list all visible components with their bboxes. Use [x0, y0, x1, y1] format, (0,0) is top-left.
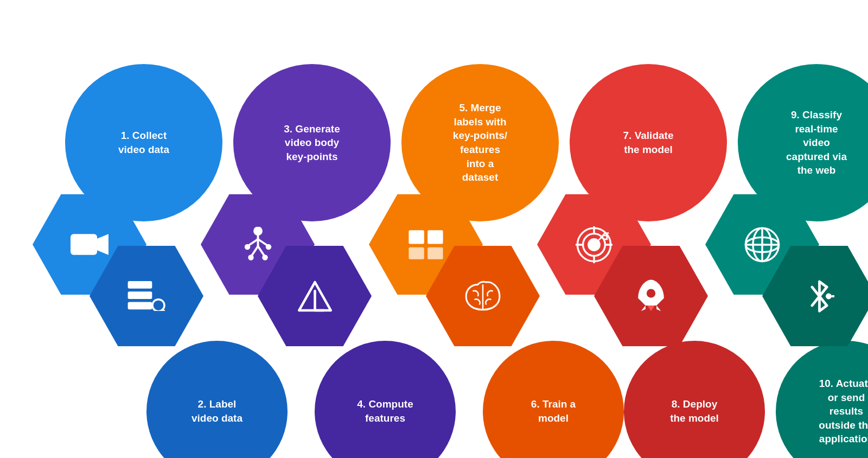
circle-c8: 8. Deploy the model: [624, 341, 765, 458]
svg-point-7: [254, 227, 261, 234]
svg-rect-22: [409, 247, 424, 259]
svg-rect-20: [409, 230, 424, 244]
hex-icon-globe: [744, 226, 781, 263]
circle-label-c10: 10. Actuate or send results outside the …: [819, 377, 868, 446]
svg-point-15: [249, 256, 253, 259]
svg-rect-2: [128, 281, 152, 289]
circle-label-c3: 3. Generate video body key-points: [284, 122, 340, 164]
circle-c2: 2. Label video data: [146, 341, 288, 458]
circle-c10: 10. Actuate or send results outside the …: [776, 341, 868, 458]
svg-line-6: [163, 309, 165, 311]
hex-icon-triangle: [297, 280, 333, 313]
circle-label-c9: 9. Classify real-time video captured via…: [786, 108, 847, 177]
hex-icon-table: [407, 228, 445, 261]
svg-point-14: [266, 245, 270, 249]
circle-c4: 4. Compute features: [315, 341, 456, 458]
hex-icon-target: [576, 226, 612, 263]
circle-label-c8: 8. Deploy the model: [670, 397, 719, 425]
hex-icon-brain: [464, 279, 501, 313]
svg-marker-1: [97, 234, 108, 255]
circle-label-c2: 2. Label video data: [192, 397, 242, 425]
svg-point-37: [826, 293, 832, 299]
circle-label-c1: 1. Collect video data: [118, 129, 169, 156]
svg-point-16: [263, 256, 267, 259]
hex-icon-skeleton: [240, 227, 276, 262]
hex-icon-label: [127, 281, 165, 311]
page-title: [0, 0, 868, 21]
circle-c6: 6. Train a model: [483, 341, 624, 458]
hex-icon-rocket: [634, 278, 668, 315]
svg-point-31: [647, 289, 655, 297]
svg-rect-23: [427, 247, 443, 259]
svg-rect-4: [128, 302, 152, 310]
circle-label-c7: 7. Validate the model: [623, 129, 674, 156]
svg-rect-0: [71, 234, 97, 255]
circle-label-c4: 4. Compute features: [357, 397, 413, 425]
hex-icon-camera: [71, 230, 108, 259]
circle-label-c6: 6. Train a model: [531, 397, 576, 425]
svg-rect-21: [427, 230, 443, 244]
page-wrapper: 1. Collect video data3. Generate video b…: [0, 0, 868, 422]
circle-label-c5: 5. Merge labels with key-points/ feature…: [453, 101, 507, 185]
diagram-area: 1. Collect video data3. Generate video b…: [0, 21, 868, 422]
svg-point-13: [245, 245, 249, 249]
hex-icon-bluetooth: [805, 278, 834, 315]
svg-rect-3: [128, 291, 152, 299]
svg-point-26: [589, 239, 599, 250]
